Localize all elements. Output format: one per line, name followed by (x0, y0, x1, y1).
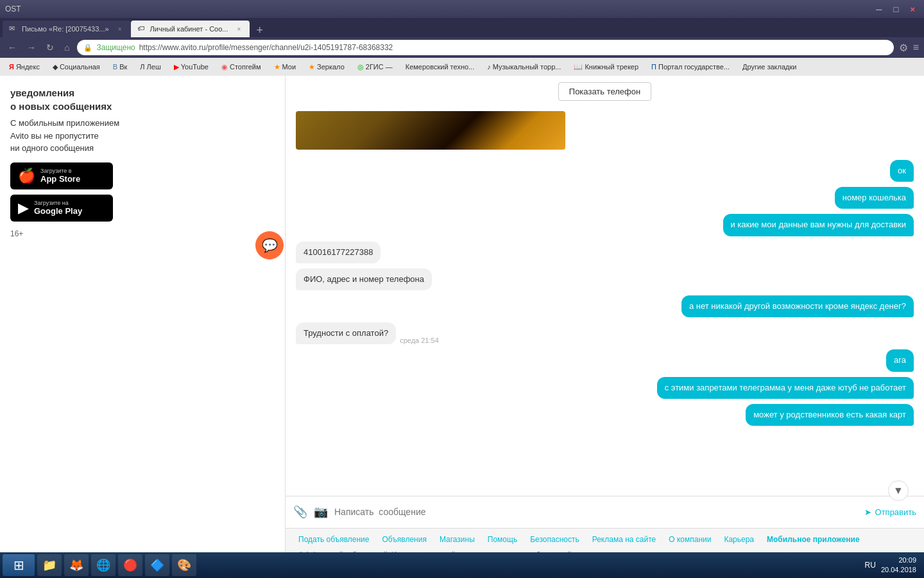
taskbar-app6[interactable]: 🎨 (172, 554, 196, 576)
footer-link-ads2[interactable]: Реклама на сайте (592, 535, 656, 544)
bookmark-other[interactable]: Другие закладки (737, 60, 801, 74)
portal-favicon: П (651, 63, 656, 71)
message-row: ага (296, 349, 914, 371)
taskbar-app5[interactable]: 🔷 (145, 554, 169, 576)
chrome-icon: 🌐 (96, 558, 110, 572)
chat-messages[interactable]: Показать телефон ок номер кошелька и как… (286, 76, 924, 496)
bookmark-vk[interactable]: В Вк (108, 60, 133, 74)
message-input[interactable] (334, 507, 858, 517)
new-tab-button[interactable]: + (252, 24, 267, 37)
tab-email-close[interactable]: × (116, 24, 124, 33)
music-favicon: ♪ (487, 63, 491, 71)
footer-link-career[interactable]: Карьера (724, 535, 754, 544)
music-label: Музыкальный торр... (493, 63, 561, 71)
vk-label: Вк (119, 63, 127, 71)
send-button[interactable]: ➤ Отправить (864, 507, 916, 517)
taskbar-firefox[interactable]: 🦊 (64, 554, 89, 576)
youtube-favicon: ▶ (174, 63, 179, 71)
message-row: а нет никакой другой возможности кроме я… (296, 295, 914, 317)
footer-link-shops[interactable]: Магазины (440, 535, 475, 544)
bookmarks-bar: Я Яндекс ◆ Социальная В Вк Л Леш ▶ YouTu… (0, 58, 924, 76)
footer-link-mobile[interactable]: Мобильное приложение (767, 535, 860, 544)
date-display: 20.04.2018 (881, 565, 916, 575)
chat-bubble-symbol: 💬 (262, 238, 278, 253)
chevron-down-icon: ▼ (893, 485, 903, 496)
message-row: Трудности с оплатой? среда 21:54 (296, 322, 914, 344)
bookmark-stopgame[interactable]: ◉ Стопгейм (216, 60, 266, 74)
app-store-big-label: App Store (40, 174, 80, 184)
message-row: может у родственников есть какая карт (296, 404, 914, 426)
taskbar: ⊞ 📁 🦊 🌐 🔴 🔷 🎨 RU 20:09 20.04.2018 (0, 552, 924, 578)
footer-link-about[interactable]: О компании (669, 535, 711, 544)
google-play-big-label: Google Play (34, 206, 82, 216)
menu-icon[interactable]: ≡ (913, 42, 919, 53)
footer-link-safety[interactable]: Безопасность (530, 535, 579, 544)
close-button[interactable]: × (906, 4, 919, 14)
bubble-received-fio: ФИО, адрес и номер телефона (296, 268, 432, 290)
tab-email-label: Письмо «Re: [20075433...» (22, 25, 109, 33)
app-store-button[interactable]: 🍎 Загрузите в App Store (10, 162, 113, 189)
bubble-sent-relatives: может у родственников есть какая карт (746, 404, 914, 426)
maximize-button[interactable]: □ (890, 4, 903, 14)
footer-links: Подать объявление Объявления Магазины По… (298, 535, 911, 544)
social-favicon: ◆ (53, 63, 58, 71)
kemerovo-label: Кемеровский техно... (406, 63, 474, 71)
taskbar-file-manager[interactable]: 📁 (37, 554, 62, 576)
url-text: https://www.avito.ru/profile/messenger/c… (139, 43, 393, 52)
url-box[interactable]: 🔒 Защищено https://www.avito.ru/profile/… (77, 40, 893, 55)
start-button[interactable]: ⊞ (3, 554, 35, 576)
footer-link-help[interactable]: Помощь (488, 535, 517, 544)
google-play-small-label: Загрузите на (34, 200, 82, 206)
browser-titlebar: OST ─ □ × (0, 0, 924, 18)
send-icon: ➤ (864, 507, 871, 517)
sidebar-title: уведомленияо новых сообщениях (10, 86, 275, 113)
attach-icon[interactable]: 📎 (293, 505, 307, 519)
refresh-button[interactable]: ↻ (44, 41, 56, 54)
bubble-received-account: 410016177227388 (296, 241, 381, 263)
taskbar-chrome[interactable]: 🌐 (91, 554, 116, 576)
tab-messenger-label: Личный кабинет - Соо... (150, 25, 228, 33)
show-phone-row: Показать телефон (296, 82, 914, 106)
minimize-button[interactable]: ─ (872, 4, 886, 14)
moi-label: Мои (282, 63, 296, 71)
message-row: ок (296, 160, 914, 182)
camera-icon[interactable]: 📷 (314, 505, 328, 519)
titlebar-ost: OST (5, 4, 21, 13)
back-button[interactable]: ← (5, 41, 19, 54)
youtube-label: YouTube (181, 63, 209, 71)
bubble-sent-ok: ок (890, 160, 914, 182)
tab-messenger-close[interactable]: × (234, 24, 243, 33)
bookmark-lesh[interactable]: Л Леш (135, 60, 166, 74)
chat-bubble-icon[interactable]: 💬 (255, 231, 284, 259)
zerkalo-favicon: ★ (309, 63, 315, 71)
bookmark-youtube[interactable]: ▶ YouTube (169, 60, 214, 74)
tab-bar: ✉ Письмо «Re: [20075433...» × 🏷 Личный к… (0, 18, 924, 37)
bookmark-social[interactable]: ◆ Социальная (47, 60, 105, 74)
bookmark-zerkalo[interactable]: ★ Зеркало (304, 60, 350, 74)
bookmark-portal[interactable]: П Портал государстве... (646, 60, 735, 74)
home-button[interactable]: ⌂ (62, 41, 72, 54)
bookmark-books[interactable]: 📖 Книжный трекер (569, 60, 644, 74)
bookmark-yandex[interactable]: Я Яндекс (4, 60, 45, 74)
tab-messenger[interactable]: 🏷 Личный кабинет - Соо... × (131, 21, 250, 37)
messenger-favicon: 🏷 (137, 24, 146, 33)
moi-favicon: ★ (274, 63, 280, 71)
show-phone-button[interactable]: Показать телефон (558, 82, 651, 101)
footer-link-post[interactable]: Подать объявление (298, 535, 369, 544)
bookmark-moi[interactable]: ★ Мои (269, 60, 302, 74)
main-content: уведомленияо новых сообщениях С мобильны… (0, 76, 924, 578)
extensions-icon[interactable]: ⚙ (899, 42, 908, 54)
google-play-button[interactable]: ▶ Загрузите на Google Play (10, 195, 113, 222)
app-store-small-label: Загрузите в (40, 168, 80, 174)
social-label: Социальная (60, 63, 100, 71)
scroll-down-button[interactable]: ▼ (888, 480, 909, 501)
taskbar-app4[interactable]: 🔴 (118, 554, 142, 576)
tab-email[interactable]: ✉ Письмо «Re: [20075433...» × (3, 21, 131, 37)
bookmark-2gis[interactable]: ◎ 2ГИС — (352, 60, 398, 74)
bookmark-music[interactable]: ♪ Музыкальный торр... (482, 60, 566, 74)
bookmark-kemerovo[interactable]: Кемеровский техно... (400, 60, 479, 74)
footer-link-ads[interactable]: Объявления (382, 535, 426, 544)
bubble-sent-wallet: номер кошелька (835, 187, 914, 209)
forward-button[interactable]: → (24, 41, 38, 54)
message-row: ФИО, адрес и номер телефона (296, 268, 914, 290)
